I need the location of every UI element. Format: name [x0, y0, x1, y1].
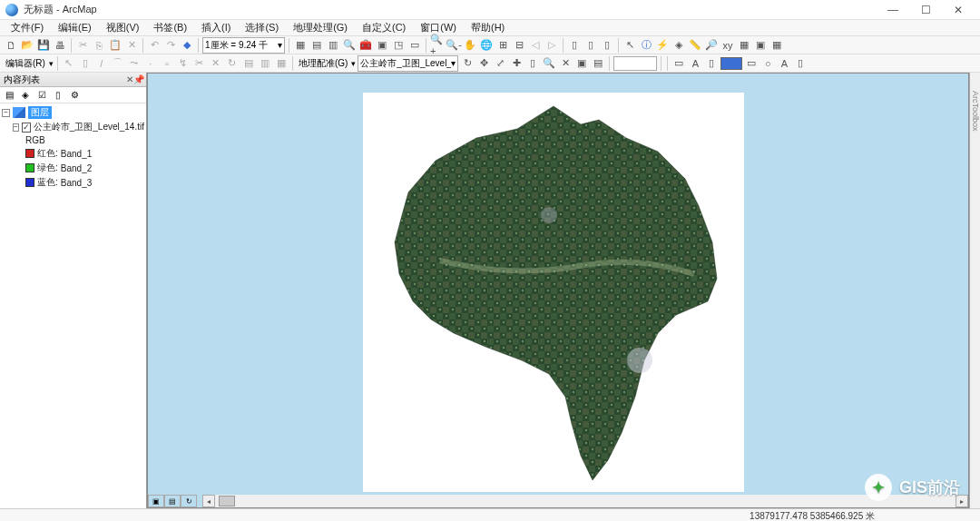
zoom-in-icon[interactable]: 🔍+ — [430, 38, 445, 53]
menu-view[interactable]: 视图(V) — [99, 19, 147, 36]
menu-select[interactable]: 选择(S) — [238, 19, 286, 36]
draw-rect-icon[interactable]: ▭ — [671, 56, 686, 71]
arc-segment-icon[interactable]: ⌒ — [111, 56, 125, 71]
list-by-source-icon[interactable]: ◈ — [18, 88, 33, 103]
edit-vertices-icon[interactable]: ▫ — [160, 56, 174, 71]
menu-help[interactable]: 帮助(H) — [464, 19, 512, 36]
new-icon[interactable]: 🗋 — [4, 38, 18, 53]
maximize-button[interactable]: ☐ — [909, 1, 942, 19]
fixed-zoom-out-icon[interactable]: ⊟ — [512, 38, 526, 53]
draw-text-icon[interactable]: A — [688, 56, 702, 71]
select-features-icon[interactable]: ▯ — [567, 38, 582, 53]
back-extent-icon[interactable]: ◁ — [528, 38, 543, 53]
sketch-properties-icon[interactable]: ▥ — [258, 56, 272, 71]
font-icon[interactable]: ▯ — [793, 56, 808, 71]
create-viewer-icon[interactable]: ▦ — [769, 38, 784, 53]
draw-edit-icon[interactable]: ▯ — [704, 56, 719, 71]
georef-dropdown-label[interactable]: 地理配准(G) — [297, 57, 349, 70]
layer-checkbox[interactable]: ✓ — [22, 123, 31, 133]
attributes-icon[interactable]: ▤ — [241, 56, 256, 71]
catalog-icon[interactable]: ▥ — [326, 38, 340, 53]
cut-icon[interactable]: ✂ — [75, 38, 90, 53]
menu-file[interactable]: 文件(F) — [4, 19, 51, 36]
full-extent-icon[interactable]: 🌐 — [479, 38, 494, 53]
edit-tool-icon[interactable]: ↖ — [62, 56, 76, 71]
collapse-icon[interactable]: − — [2, 109, 10, 117]
menu-customize[interactable]: 自定义(C) — [355, 19, 413, 36]
python-icon[interactable]: ▣ — [375, 38, 389, 53]
select-elements-icon[interactable]: ▯ — [600, 38, 614, 53]
dataframe-label[interactable]: 图层 — [28, 106, 52, 119]
trace-icon[interactable]: ⤳ — [127, 56, 142, 71]
chevron-down-icon[interactable]: ▾ — [451, 58, 456, 68]
line-color-icon[interactable]: ▭ — [744, 56, 759, 71]
chevron-down-icon[interactable]: ▾ — [351, 59, 356, 68]
create-features-icon[interactable]: ▦ — [274, 56, 289, 71]
editor-dropdown-label[interactable]: 编辑器(R) — [4, 57, 47, 70]
split-icon[interactable]: ✕ — [209, 56, 223, 71]
forward-extent-icon[interactable]: ▷ — [544, 38, 559, 53]
model-icon[interactable]: ◳ — [391, 38, 406, 53]
menu-bookmarks[interactable]: 书签(B) — [146, 19, 194, 36]
fill-color-swatch[interactable] — [720, 57, 742, 70]
goto-xy-icon[interactable]: xy — [720, 38, 735, 53]
layer-name[interactable]: 公主岭市_卫图_Level_14.tif — [34, 121, 144, 133]
identify-icon[interactable]: ⓘ — [639, 38, 653, 53]
refresh-icon[interactable]: ↻ — [181, 495, 197, 507]
tree-layer-row[interactable]: − ✓ 公主岭市_卫图_Level_14.tif — [2, 120, 144, 134]
delete-icon[interactable]: ✕ — [124, 38, 139, 53]
marker-color-icon[interactable]: ○ — [760, 56, 775, 71]
quick-search-input[interactable] — [613, 56, 657, 71]
redo-icon[interactable]: ↷ — [163, 38, 178, 53]
menu-geoprocessing[interactable]: 地理处理(G) — [286, 19, 355, 36]
rotate-icon[interactable]: ↻ — [225, 56, 240, 71]
open-icon[interactable]: 📂 — [20, 38, 34, 53]
text-color-icon[interactable]: A — [777, 56, 791, 71]
undo-icon[interactable]: ↶ — [147, 38, 162, 53]
menu-edit[interactable]: 编辑(E) — [51, 19, 99, 36]
list-by-visibility-icon[interactable]: ☑ — [34, 88, 49, 103]
minimize-button[interactable]: — — [877, 1, 909, 19]
save-icon[interactable]: 💾 — [36, 38, 51, 53]
layout-view-tab[interactable]: ▤ — [164, 495, 181, 507]
data-view-tab[interactable]: ▣ — [148, 495, 164, 507]
cut-polygons-icon[interactable]: ✂ — [192, 56, 207, 71]
list-by-drawing-icon[interactable]: ▤ — [2, 88, 16, 103]
find-icon[interactable]: 🔎 — [704, 38, 719, 53]
georef-add-points-icon[interactable]: ✚ — [509, 56, 524, 71]
fixed-zoom-in-icon[interactable]: ⊞ — [495, 38, 510, 53]
close-button[interactable]: ✕ — [942, 1, 975, 19]
hyperlink-icon[interactable]: ⚡ — [655, 38, 670, 53]
clear-selection-icon[interactable]: ▯ — [583, 38, 598, 53]
measure-icon[interactable]: 📏 — [688, 38, 702, 53]
georef-shift-icon[interactable]: ✥ — [476, 56, 491, 71]
scale-combo[interactable]: ▾ — [202, 37, 285, 54]
pan-icon[interactable]: ✋ — [463, 38, 477, 53]
list-by-selection-icon[interactable]: ▯ — [51, 88, 65, 103]
georef-zoom-link-icon[interactable]: 🔍 — [542, 56, 556, 71]
h-scrollbar[interactable] — [215, 495, 956, 507]
print-icon[interactable]: 🖶 — [53, 38, 67, 53]
georef-delete-link-icon[interactable]: ✕ — [558, 56, 573, 71]
pin-icon[interactable]: 📌 — [133, 74, 144, 84]
chevron-down-icon[interactable]: ▾ — [278, 40, 282, 50]
zoom-out-icon[interactable]: 🔍- — [446, 38, 461, 53]
time-slider-icon[interactable]: ▦ — [737, 38, 751, 53]
right-collapsed-panel[interactable]: ArcToolbox — [969, 73, 980, 508]
point-icon[interactable]: · — [143, 56, 158, 71]
edit-annotation-icon[interactable]: ▯ — [78, 56, 93, 71]
reshape-icon[interactable]: ↯ — [176, 56, 191, 71]
georef-layer-combo[interactable]: ▾ — [358, 55, 458, 72]
add-data-icon[interactable]: ◆ — [180, 38, 194, 53]
search-icon[interactable]: 🔍 — [342, 38, 357, 53]
editor-toolbar-icon[interactable]: ▦ — [293, 38, 308, 53]
copy-icon[interactable]: ⎘ — [92, 38, 106, 53]
georef-rotate-icon[interactable]: ↻ — [460, 56, 475, 71]
arctoolbox-tab[interactable]: ArcToolbox — [971, 91, 980, 132]
georef-select-link-icon[interactable]: ▯ — [525, 56, 540, 71]
scroll-left-icon[interactable]: ◂ — [202, 495, 215, 507]
georef-layer-input[interactable] — [360, 58, 451, 68]
scale-input[interactable] — [205, 40, 278, 50]
tree-root-row[interactable]: − 图层 — [2, 105, 144, 120]
chevron-down-icon[interactable]: ▾ — [49, 59, 54, 68]
